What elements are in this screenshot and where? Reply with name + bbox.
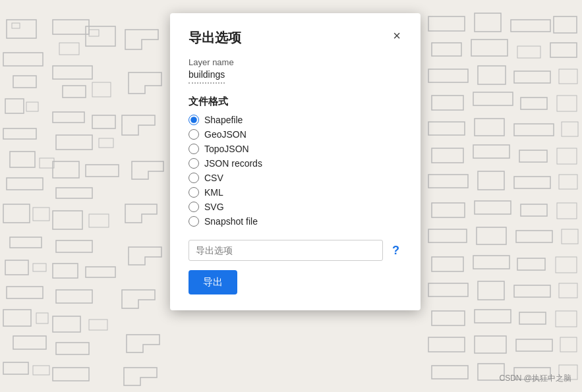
format-svg[interactable]: SVG: [189, 202, 402, 212]
svg-label: SVG: [204, 202, 224, 212]
topojson-label: TopoJSON: [204, 144, 249, 154]
format-radio-group: Shapefile GeoJSON TopoJSON JSON records …: [189, 115, 402, 227]
snapshot-radio[interactable]: [189, 216, 199, 227]
shapefile-radio[interactable]: [189, 115, 199, 125]
format-kml[interactable]: KML: [189, 187, 402, 198]
snapshot-label: Snapshot file: [204, 216, 258, 227]
dialog-header: 导出选项 ×: [189, 29, 402, 47]
geojson-label: GeoJSON: [204, 129, 247, 140]
layer-name-label: Layer name: [189, 57, 402, 67]
kml-label: KML: [204, 187, 223, 198]
layer-name-value: buildings: [189, 69, 225, 84]
dialog-title: 导出选项: [189, 29, 241, 47]
csv-radio[interactable]: [189, 173, 199, 183]
watermark: CSDN @执狂中之脑: [499, 373, 571, 384]
geojson-radio[interactable]: [189, 129, 199, 140]
options-row: ?: [189, 240, 402, 261]
kml-radio[interactable]: [189, 187, 199, 198]
export-button[interactable]: 导出: [189, 270, 237, 294]
json-records-radio[interactable]: [189, 158, 199, 169]
format-shapefile[interactable]: Shapefile: [189, 115, 402, 125]
export-dialog: 导出选项 × Layer name buildings 文件格式 Shapefi…: [170, 13, 421, 310]
export-options-input[interactable]: [189, 240, 383, 261]
format-geojson[interactable]: GeoJSON: [189, 129, 402, 140]
svg-radio[interactable]: [189, 202, 199, 212]
json-records-label: JSON records: [204, 158, 262, 169]
topojson-radio[interactable]: [189, 144, 199, 154]
file-format-label: 文件格式: [189, 96, 402, 108]
format-json-records[interactable]: JSON records: [189, 158, 402, 169]
csv-label: CSV: [204, 173, 223, 183]
format-topojson[interactable]: TopoJSON: [189, 144, 402, 154]
format-snapshot[interactable]: Snapshot file: [189, 216, 402, 227]
format-csv[interactable]: CSV: [189, 173, 402, 183]
help-button[interactable]: ?: [390, 244, 402, 258]
close-button[interactable]: ×: [392, 29, 402, 42]
shapefile-label: Shapefile: [204, 115, 243, 125]
